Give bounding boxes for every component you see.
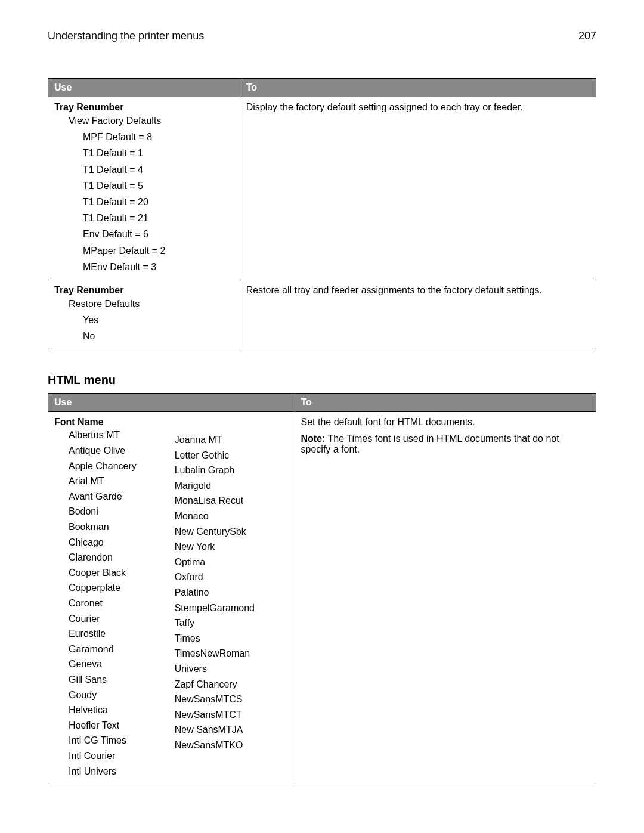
list-item: Copperplate	[54, 580, 163, 596]
list-item: MonaLisa Recut	[175, 493, 289, 509]
list-item: Times	[175, 631, 289, 646]
list-item: Joanna MT	[175, 432, 289, 448]
html-menu-table: Use To Font Name Albertus MT Antique Oli…	[48, 393, 596, 784]
list-item: MPaper Default = 2	[54, 243, 234, 259]
list-item: T1 Default = 1	[54, 145, 234, 161]
list-item: Cooper Black	[54, 565, 163, 581]
list-item: Albertus MT	[54, 428, 163, 443]
list-item: Avant Garde	[54, 489, 163, 504]
list-item: Eurostile	[54, 626, 163, 642]
page-number: 207	[578, 30, 596, 42]
font-name-cell-right: Joanna MT Letter Gothic Lubalin Graph Ma…	[169, 412, 295, 784]
list-item: Coronet	[54, 596, 163, 611]
page: Understanding the printer menus 207 Use …	[0, 0, 644, 832]
restore-list: Restore Defaults Yes No	[54, 296, 234, 345]
row-title: Tray Renumber	[54, 102, 234, 113]
list-item: Oxford	[175, 569, 289, 585]
font-column-1: Albertus MT Antique Olive Apple Chancery…	[54, 428, 163, 779]
list-item: StempelGaramond	[175, 600, 289, 616]
list-item: T1 Default = 4	[54, 162, 234, 178]
table-row: Font Name Albertus MT Antique Olive Appl…	[48, 412, 596, 784]
list-item: NewSansMTKO	[175, 738, 289, 753]
table-header-row: Use To	[48, 394, 596, 412]
list-item: New York	[175, 539, 289, 555]
list-item: Intl Courier	[54, 748, 163, 764]
sub-label: View Factory Defaults	[54, 113, 234, 129]
list-item: Intl CG Times	[54, 733, 163, 748]
table-row: Tray Renumber Restore Defaults Yes No Re…	[48, 280, 596, 349]
list-item: Taffy	[175, 615, 289, 631]
row-title: Tray Renumber	[54, 285, 234, 296]
to-cell: Restore all tray and feeder assignments …	[240, 280, 596, 349]
list-item: Bodoni	[54, 504, 163, 519]
list-item: MPF Default = 8	[54, 129, 234, 145]
font-name-cell-left: Font Name Albertus MT Antique Olive Appl…	[48, 412, 169, 784]
list-item: Antique Olive	[54, 443, 163, 459]
use-cell: Tray Renumber Restore Defaults Yes No	[48, 280, 240, 349]
list-item: New SansMTJA	[175, 722, 289, 738]
note-block: Note: The Times font is used in HTML doc…	[301, 433, 590, 455]
header-title: Understanding the printer menus	[48, 30, 204, 42]
col-use-header: Use	[48, 394, 295, 412]
list-item: Helvetica	[54, 702, 163, 718]
list-item: Geneva	[54, 657, 163, 672]
list-item: MEnv Default = 3	[54, 259, 234, 275]
list-item: TimesNewRoman	[175, 646, 289, 661]
list-item: New CenturySbk	[175, 524, 289, 540]
list-item: T1 Default = 20	[54, 194, 234, 210]
list-item: Apple Chancery	[54, 459, 163, 474]
list-item: Univers	[175, 661, 289, 677]
list-item: No	[54, 328, 234, 344]
list-item: T1 Default = 21	[54, 210, 234, 226]
note-label: Note:	[301, 433, 326, 444]
list-item: Marigold	[175, 478, 289, 494]
list-item: Yes	[54, 312, 234, 328]
note-text: The Times font is used in HTML documents…	[301, 433, 559, 454]
table-header-row: Use To	[48, 79, 596, 97]
col-to-header: To	[295, 394, 596, 412]
page-header: Understanding the printer menus 207	[48, 30, 596, 45]
to-cell: Set the default font for HTML documents.…	[295, 412, 596, 784]
col-use-header: Use	[48, 79, 240, 97]
font-name-label: Font Name	[54, 417, 163, 428]
section-heading: HTML menu	[48, 373, 596, 387]
list-item: Goudy	[54, 688, 163, 703]
tray-renumber-table: Use To Tray Renumber View Factory Defaul…	[48, 78, 596, 349]
list-item: Lubalin Graph	[175, 463, 289, 478]
list-item: NewSansMTCS	[175, 692, 289, 707]
tray-list: View Factory Defaults MPF Default = 8 T1…	[54, 113, 234, 275]
col-to-header: To	[240, 79, 596, 97]
list-item: Courier	[54, 611, 163, 627]
to-description: Set the default font for HTML documents.	[301, 417, 590, 428]
sub-label: Restore Defaults	[54, 296, 234, 312]
use-cell: Tray Renumber View Factory Defaults MPF …	[48, 97, 240, 280]
list-item: Intl Univers	[54, 764, 163, 779]
list-item: Gill Sans	[54, 672, 163, 688]
list-item: Letter Gothic	[175, 448, 289, 463]
list-item: Monaco	[175, 509, 289, 524]
to-cell: Display the factory default setting assi…	[240, 97, 596, 280]
list-item: Zapf Chancery	[175, 677, 289, 692]
list-item: Palatino	[175, 585, 289, 600]
list-item: T1 Default = 5	[54, 178, 234, 194]
list-item: Chicago	[54, 535, 163, 550]
table-row: Tray Renumber View Factory Defaults MPF …	[48, 97, 596, 280]
list-item: Env Default = 6	[54, 226, 234, 242]
list-item: Clarendon	[54, 550, 163, 565]
list-item: Bookman	[54, 519, 163, 535]
list-item: NewSansMTCT	[175, 707, 289, 723]
list-item: Arial MT	[54, 473, 163, 489]
list-item: Hoefler Text	[54, 718, 163, 733]
list-item: Optima	[175, 555, 289, 570]
list-item: Garamond	[54, 642, 163, 657]
font-column-2: Joanna MT Letter Gothic Lubalin Graph Ma…	[175, 432, 289, 753]
